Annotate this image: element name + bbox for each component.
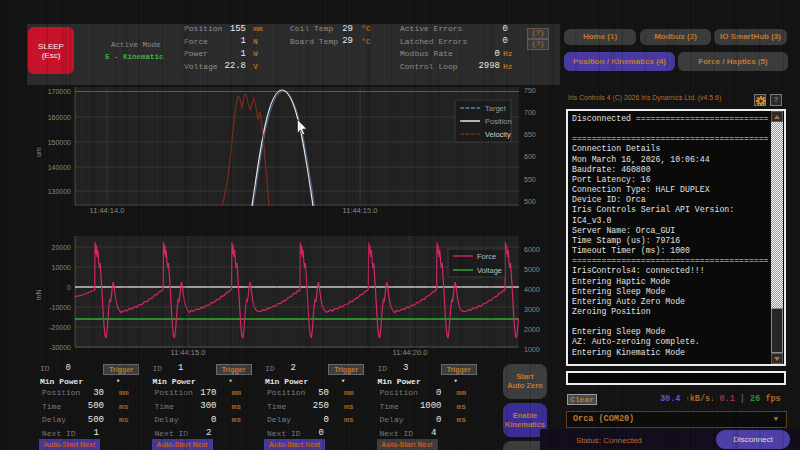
svg-text:11:44:15.0: 11:44:15.0 xyxy=(343,206,378,215)
svg-text:40000: 40000 xyxy=(524,286,540,293)
svg-text:140000: 140000 xyxy=(48,164,71,171)
svg-text:130000: 130000 xyxy=(48,188,71,195)
svg-text:-10000: -10000 xyxy=(49,304,71,311)
svg-text:160000: 160000 xyxy=(48,114,71,121)
svg-text:700: 700 xyxy=(524,109,536,116)
svg-text:20000: 20000 xyxy=(524,326,540,333)
svg-text:50000: 50000 xyxy=(524,266,540,273)
svg-text:20000: 20000 xyxy=(52,244,72,251)
svg-text:Target: Target xyxy=(485,104,507,113)
svg-text:170000: 170000 xyxy=(48,88,71,95)
svg-text:mN: mN xyxy=(35,290,42,301)
svg-text:um: um xyxy=(35,147,42,157)
svg-text:650: 650 xyxy=(524,131,536,138)
svg-text:30000: 30000 xyxy=(524,306,540,313)
svg-text:750: 750 xyxy=(524,87,536,94)
svg-text:-20000: -20000 xyxy=(49,324,71,331)
svg-text:600: 600 xyxy=(524,153,536,160)
svg-text:Voltage: Voltage xyxy=(477,266,502,275)
svg-text:11:44:15.0: 11:44:15.0 xyxy=(171,348,206,357)
svg-text:500: 500 xyxy=(524,198,536,205)
svg-text:Position: Position xyxy=(485,117,512,126)
svg-text:10000: 10000 xyxy=(52,264,72,271)
svg-text:-30000: -30000 xyxy=(49,344,71,351)
svg-text:Force: Force xyxy=(477,252,496,261)
svg-text:550: 550 xyxy=(524,176,536,183)
svg-text:150000: 150000 xyxy=(48,139,71,146)
svg-text:11:44:20.0: 11:44:20.0 xyxy=(393,348,428,357)
svg-text:11:44:14.0: 11:44:14.0 xyxy=(90,206,125,215)
svg-text:60000: 60000 xyxy=(524,246,540,253)
svg-text:10000: 10000 xyxy=(524,346,540,353)
svg-text:0: 0 xyxy=(67,284,71,291)
svg-text:Velocity: Velocity xyxy=(485,130,511,139)
